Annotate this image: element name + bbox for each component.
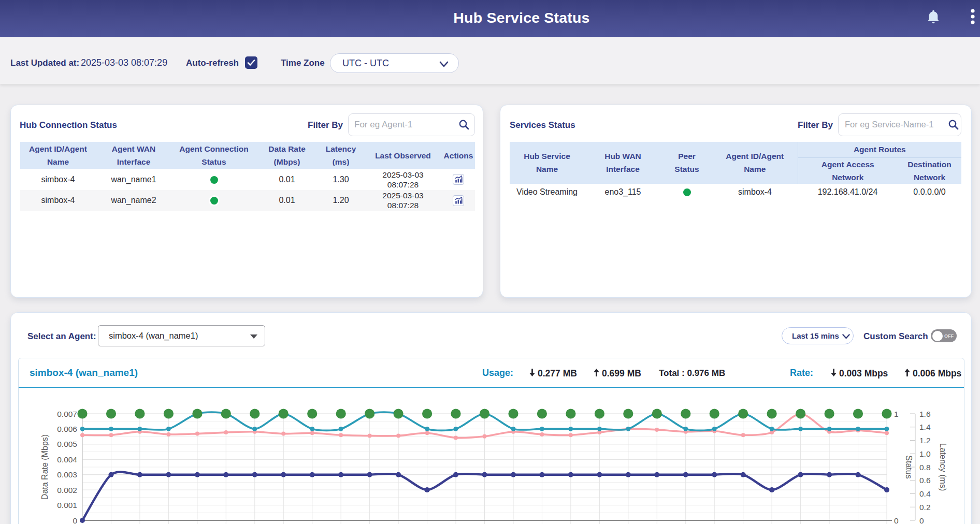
svg-text:0.003: 0.003 — [57, 470, 77, 479]
svg-text:0.6: 0.6 — [919, 476, 931, 485]
svg-text:0.2: 0.2 — [919, 503, 931, 512]
svg-text:0.006: 0.006 — [57, 425, 77, 433]
svg-text:0.002: 0.002 — [57, 486, 77, 494]
svg-text:0.4: 0.4 — [919, 489, 931, 498]
svg-text:1.2: 1.2 — [919, 436, 931, 445]
svg-text:0.005: 0.005 — [57, 440, 77, 448]
svg-text:Data Rate (Mbps): Data Rate (Mbps) — [40, 434, 49, 500]
svg-text:1.0: 1.0 — [919, 449, 931, 458]
svg-text:0: 0 — [894, 516, 899, 524]
svg-text:1.4: 1.4 — [919, 423, 931, 431]
svg-text:0.8: 0.8 — [919, 463, 931, 472]
svg-text:1.6: 1.6 — [919, 410, 931, 418]
svg-text:0: 0 — [73, 516, 77, 524]
svg-text:0.001: 0.001 — [57, 501, 77, 510]
svg-text:0.004: 0.004 — [57, 455, 77, 464]
svg-text:0: 0 — [919, 516, 924, 524]
svg-text:Latency (ms): Latency (ms) — [939, 443, 947, 491]
svg-text:1: 1 — [894, 410, 899, 418]
svg-text:0.007: 0.007 — [57, 410, 77, 418]
